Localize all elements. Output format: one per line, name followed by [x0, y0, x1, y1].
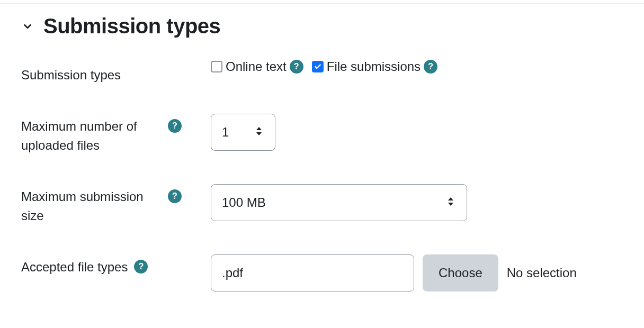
max-files-value: 1: [222, 125, 229, 140]
file-submissions-checkbox[interactable]: [312, 61, 324, 72]
max-files-label: Maximum number of uploaded files: [21, 117, 162, 155]
help-icon[interactable]: ?: [134, 260, 148, 274]
help-icon[interactable]: ?: [424, 60, 437, 74]
max-size-label: Maximum submission size: [21, 187, 162, 225]
max-size-select[interactable]: 100 MB: [211, 184, 467, 221]
online-text-label: Online text: [226, 59, 287, 74]
help-icon[interactable]: ?: [290, 60, 303, 74]
help-icon[interactable]: ?: [168, 189, 182, 203]
accepted-types-label: Accepted file types: [21, 258, 128, 277]
submission-types-label: Submission types: [21, 66, 121, 85]
max-size-value: 100 MB: [222, 195, 266, 210]
section-toggle[interactable]: Submission types: [21, 14, 623, 38]
file-submissions-label: File submissions: [327, 59, 421, 74]
accepted-types-input[interactable]: [211, 254, 414, 291]
online-text-checkbox[interactable]: [211, 61, 222, 72]
help-icon[interactable]: ?: [168, 119, 182, 133]
choose-button[interactable]: Choose: [423, 254, 498, 291]
section-title: Submission types: [43, 14, 220, 38]
max-files-select[interactable]: 1: [211, 114, 275, 151]
chevron-down-icon: [21, 20, 34, 33]
accepted-types-status: No selection: [507, 266, 577, 280]
